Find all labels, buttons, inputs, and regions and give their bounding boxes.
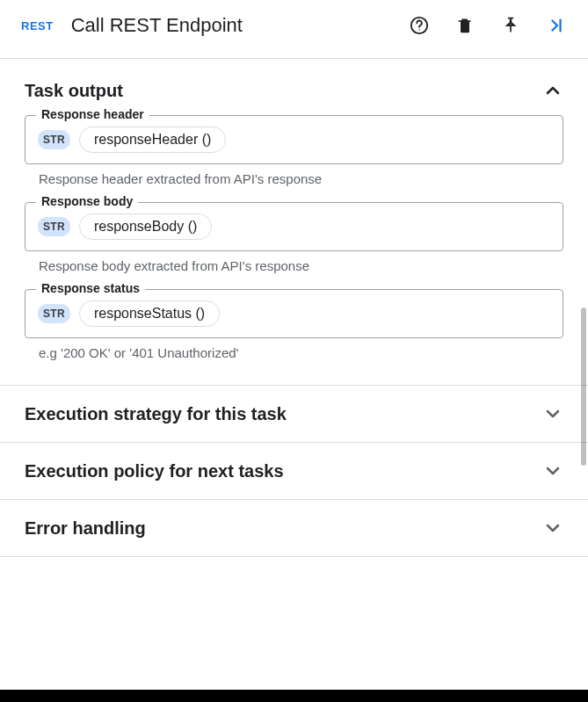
svg-point-1 — [418, 29, 419, 30]
value-chip[interactable]: responseStatus () — [79, 300, 220, 327]
pin-icon[interactable] — [500, 15, 521, 36]
panel-header: REST Call REST Endpoint — [0, 0, 588, 58]
type-chip-str: STR — [38, 217, 70, 236]
chevron-down-icon — [542, 460, 563, 481]
section-title-error-handling: Error handling — [25, 518, 146, 539]
section-execution-strategy: Execution strategy for this task — [0, 386, 588, 443]
field-response-header: Response header STR responseHeader () Re… — [25, 115, 563, 186]
value-chip[interactable]: responseHeader () — [79, 127, 226, 153]
type-chip-str: STR — [38, 130, 70, 149]
chevron-down-icon — [542, 403, 563, 424]
section-header-error-handling[interactable]: Error handling — [0, 500, 588, 556]
scrollbar[interactable] — [581, 79, 586, 690]
section-body-task-output: Response header STR responseHeader () Re… — [0, 115, 588, 385]
field-hint: e.g '200 OK' or '401 Unauthorized' — [25, 345, 563, 360]
collapse-panel-icon[interactable] — [546, 15, 567, 36]
task-config-panel: REST Call REST Endpoint Task output — [0, 0, 588, 702]
field-hint: Response body extracted from API's respo… — [25, 258, 563, 273]
delete-icon[interactable] — [454, 15, 475, 36]
value-chip[interactable]: responseBody () — [79, 213, 212, 240]
rest-badge: REST — [21, 19, 54, 33]
section-execution-policy: Execution policy for next tasks — [0, 443, 588, 500]
field-box-response-status[interactable]: Response status STR responseStatus () — [25, 289, 563, 338]
chevron-down-icon — [542, 517, 563, 539]
section-task-output: Task output Response header STR response… — [0, 59, 588, 386]
panel-title: Call REST Endpoint — [71, 14, 398, 37]
section-header-execution-strategy[interactable]: Execution strategy for this task — [0, 386, 588, 442]
field-legend: Response status — [36, 281, 145, 295]
field-legend: Response header — [36, 107, 149, 121]
bottom-bar — [0, 690, 588, 702]
chevron-up-icon — [542, 80, 563, 101]
field-box-response-header[interactable]: Response header STR responseHeader () — [25, 115, 563, 164]
header-actions — [409, 15, 567, 36]
help-icon[interactable] — [409, 15, 430, 36]
section-error-handling: Error handling — [0, 500, 588, 557]
field-response-status: Response status STR responseStatus () e.… — [25, 289, 563, 360]
content-area: Task output Response header STR response… — [0, 59, 588, 690]
field-hint: Response header extracted from API's res… — [25, 171, 563, 186]
field-response-body: Response body STR responseBody () Respon… — [25, 202, 563, 273]
scrollbar-thumb[interactable] — [581, 308, 586, 466]
field-box-response-body[interactable]: Response body STR responseBody () — [25, 202, 563, 251]
section-title-execution-policy: Execution policy for next tasks — [25, 461, 284, 481]
type-chip-str: STR — [38, 304, 70, 323]
section-header-execution-policy[interactable]: Execution policy for next tasks — [0, 443, 588, 499]
section-title-task-output: Task output — [25, 81, 123, 101]
section-title-execution-strategy: Execution strategy for this task — [25, 404, 287, 424]
field-legend: Response body — [36, 194, 138, 208]
